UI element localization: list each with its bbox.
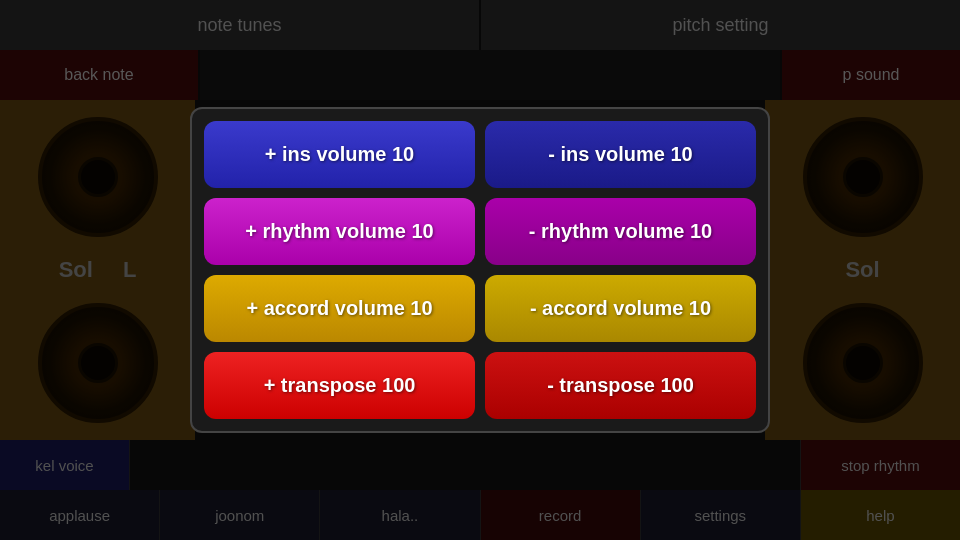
transpose-increase-button[interactable]: + transpose 100 xyxy=(204,352,475,419)
ins-volume-decrease-button[interactable]: - ins volume 10 xyxy=(485,121,756,188)
modal-overlay: + ins volume 10 - ins volume 10 + rhythm… xyxy=(0,0,960,540)
accord-volume-increase-button[interactable]: + accord volume 10 xyxy=(204,275,475,342)
rhythm-volume-decrease-button[interactable]: - rhythm volume 10 xyxy=(485,198,756,265)
ins-volume-increase-button[interactable]: + ins volume 10 xyxy=(204,121,475,188)
accord-volume-decrease-button[interactable]: - accord volume 10 xyxy=(485,275,756,342)
transpose-decrease-button[interactable]: - transpose 100 xyxy=(485,352,756,419)
rhythm-volume-increase-button[interactable]: + rhythm volume 10 xyxy=(204,198,475,265)
volume-control-modal: + ins volume 10 - ins volume 10 + rhythm… xyxy=(190,107,770,433)
